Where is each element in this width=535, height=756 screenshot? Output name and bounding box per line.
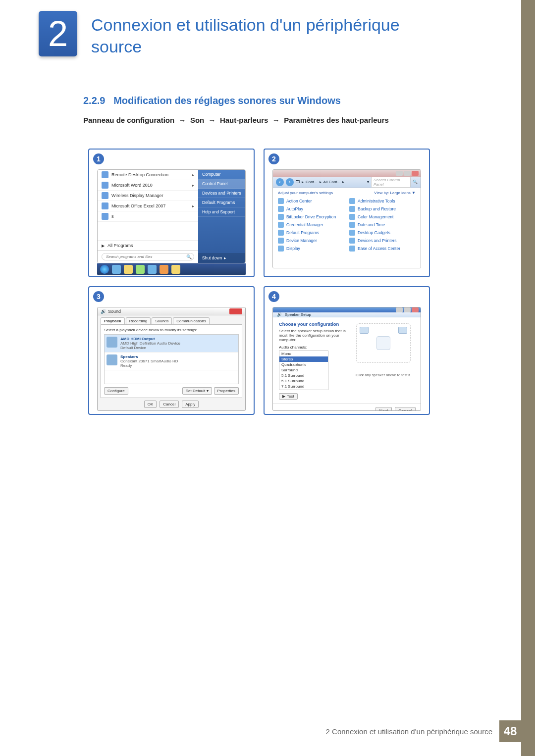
cp-label: Action Center — [286, 199, 312, 203]
speaker-right-icon[interactable] — [398, 327, 407, 334]
addr-part: Cont... — [306, 180, 318, 184]
backup-icon — [349, 206, 355, 212]
tab-playback[interactable]: Playback — [101, 317, 125, 324]
device-list[interactable]: AMD HDMI OutputAMD High Definition Audio… — [104, 334, 239, 384]
channel-option[interactable]: Stereo — [279, 356, 328, 362]
cp-item[interactable]: Desktop Gadgets — [349, 230, 416, 236]
cp-item[interactable]: Credential Manager — [278, 222, 344, 228]
nav-back-button[interactable]: ‹ — [276, 178, 284, 186]
start-right-item[interactable]: Computer — [198, 170, 245, 179]
shutdown-button[interactable]: Shut down▸ — [198, 253, 245, 263]
tools-icon — [349, 198, 355, 204]
start-menu-item[interactable]: Wireless Display Manager — [98, 191, 198, 201]
cp-label: Devices and Printers — [358, 238, 396, 243]
taskbar-icon[interactable] — [148, 265, 157, 274]
hint-text: Select the speaker setup below that is m… — [279, 329, 347, 342]
audio-channel-list[interactable]: Mono Stereo Quadraphonic Surround 5.1 Su… — [279, 351, 328, 390]
cp-item[interactable]: AutoPlay — [278, 206, 344, 212]
test-button[interactable]: ▶Test — [279, 393, 298, 400]
search-input[interactable]: Search Control Panel — [371, 177, 411, 188]
start-menu-item[interactable]: s — [98, 211, 198, 222]
chapter-number-box: 2 — [39, 11, 77, 56]
cp-item[interactable]: Display — [278, 246, 344, 252]
all-programs[interactable]: ▶All Programs — [98, 241, 198, 250]
cancel-button[interactable]: Cancel — [395, 407, 416, 411]
cp-item[interactable]: Date and Time — [349, 222, 416, 228]
app-icon — [102, 213, 108, 220]
tab-sounds[interactable]: Sounds — [152, 317, 172, 324]
cp-item[interactable]: Color Management — [349, 214, 416, 220]
properties-button[interactable]: Properties — [214, 387, 239, 395]
nav-forward-button[interactable]: › — [286, 178, 294, 186]
start-right-item[interactable]: Help and Support — [198, 207, 245, 217]
step-badge: 3 — [93, 291, 104, 302]
cp-label: Default Programs — [286, 230, 319, 235]
cp-item[interactable]: Action Center — [278, 198, 344, 204]
cp-item[interactable]: Device Manager — [278, 238, 344, 244]
start-right-item[interactable]: Devices and Printers — [198, 189, 245, 198]
channel-option[interactable]: 5.1 Surround — [279, 373, 328, 378]
taskbar-icon[interactable] — [171, 265, 180, 274]
configure-button[interactable]: Configure — [104, 387, 128, 395]
tab-recording[interactable]: Recording — [126, 317, 151, 324]
tab-communications[interactable]: Communications — [173, 317, 210, 324]
channel-option[interactable]: 5.1 Surround — [279, 378, 328, 384]
cp-item[interactable]: BitLocker Drive Encryption — [278, 214, 344, 220]
minimize-button[interactable] — [396, 171, 403, 176]
chevron-right-icon: ▸ — [224, 255, 226, 260]
channel-option[interactable]: Quadraphonic — [279, 362, 328, 367]
speaker-icon: 🔊 — [101, 309, 106, 314]
start-orb-icon[interactable] — [100, 265, 109, 274]
speaker-icon: 🔊 — [277, 312, 282, 317]
cancel-button[interactable]: Cancel — [160, 401, 179, 408]
maximize-button[interactable] — [404, 171, 411, 176]
taskbar-icon[interactable] — [112, 265, 121, 274]
channel-option[interactable]: Surround — [279, 367, 328, 373]
close-button[interactable] — [412, 307, 419, 312]
start-menu-item[interactable]: Remote Desktop Connection▸ — [98, 170, 198, 180]
cp-item[interactable]: Administrative Tools — [349, 198, 416, 204]
ok-button[interactable]: OK — [144, 401, 157, 408]
channel-option[interactable]: Mono — [279, 351, 328, 356]
chapter-header: 2 Connexion et utilisation d'un périphér… — [39, 11, 448, 57]
apply-button[interactable]: Apply — [182, 401, 199, 408]
view-by[interactable]: View by: Large icons ▼ — [374, 191, 416, 195]
start-right-item[interactable]: Default Programs — [198, 198, 245, 207]
close-button[interactable] — [229, 308, 242, 314]
start-menu-item[interactable]: Microsoft Word 2010▸ — [98, 180, 198, 191]
cp-item[interactable]: Backup and Restore — [349, 206, 416, 212]
address-bar[interactable]: 🗔 ▸Cont... ▸All Cont... ▸ — [296, 180, 365, 184]
next-button[interactable]: Next — [375, 407, 392, 411]
breadcrumb-part: Paramètres des haut-parleurs — [284, 116, 389, 124]
cp-item[interactable]: Ease of Access Center — [349, 246, 416, 252]
play-icon: ▶ — [282, 394, 285, 399]
cp-item[interactable]: Default Programs — [278, 230, 344, 236]
cp-label: Device Manager — [286, 238, 317, 243]
search-input[interactable] — [102, 253, 194, 260]
set-default-button[interactable]: Set Default ▾ — [182, 387, 212, 395]
taskbar-icon[interactable] — [160, 265, 168, 274]
minimize-button[interactable] — [396, 307, 403, 312]
start-menu-left: Remote Desktop Connection▸ Microsoft Wor… — [98, 170, 198, 263]
device-item[interactable]: AMD HDMI OutputAMD High Definition Audio… — [105, 335, 238, 353]
wizard-footer: Next Cancel — [273, 403, 421, 411]
menu-label: s — [111, 214, 114, 219]
control-panel-body: Adjust your computer's settings View by:… — [273, 188, 421, 268]
start-menu-item[interactable]: Microsoft Office Excel 2007▸ — [98, 201, 198, 211]
channel-option[interactable]: 7.1 Surround — [279, 384, 328, 389]
taskbar-icon[interactable] — [136, 265, 145, 274]
search-icon: 🔍 — [186, 254, 192, 259]
speaker-diagram[interactable] — [356, 323, 411, 363]
cp-item[interactable]: Devices and Printers — [349, 238, 416, 244]
control-panel-window: ‹ › 🗔 ▸Cont... ▸All Cont... ▸ ▾ Search C… — [272, 169, 421, 268]
speaker-left-icon[interactable] — [360, 327, 369, 334]
triangle-right-icon: ▶ — [102, 244, 105, 248]
maximize-button[interactable] — [404, 307, 411, 312]
autoplay-icon — [278, 206, 284, 212]
device-item[interactable]: SpeakersConexant 20671 SmartAudio HD Rea… — [105, 353, 238, 370]
close-button[interactable] — [412, 171, 419, 176]
adjust-label: Adjust your computer's settings — [278, 191, 333, 195]
taskbar-icon[interactable] — [124, 265, 133, 274]
start-right-item[interactable]: Control Panel — [198, 179, 245, 189]
start-menu: Remote Desktop Connection▸ Microsoft Wor… — [97, 169, 246, 263]
